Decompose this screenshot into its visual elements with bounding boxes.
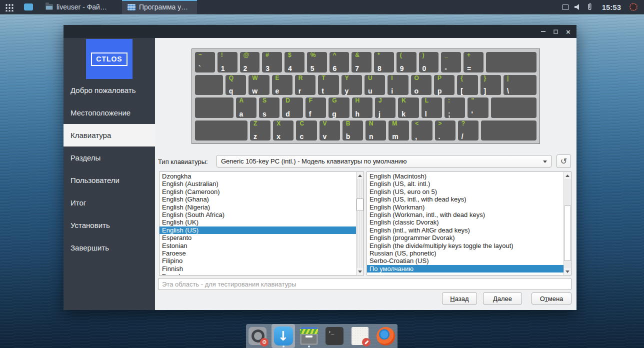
next-button[interactable]: Далее (483, 292, 522, 304)
sidebar-step-item[interactable]: Клавиатура (64, 124, 155, 146)
layout-option[interactable]: English (UK) (160, 218, 356, 226)
keyboard-key: Pp (434, 75, 454, 96)
variant-option[interactable]: Serbo-Croatian (US) (367, 257, 564, 264)
sidebar-step-item[interactable]: Установить (64, 214, 155, 236)
sidebar-step-item[interactable]: Добро пожаловать (64, 79, 155, 102)
layout-option[interactable]: Dzongkha (160, 172, 356, 180)
chevron-down-icon (543, 160, 547, 163)
keyboard-key: Zz (250, 120, 270, 141)
sidebar-step-item[interactable]: Местоположение (64, 102, 155, 124)
variant-option[interactable]: English (the divide/multiply keys toggle… (367, 242, 564, 250)
clock[interactable]: 15:53 (602, 3, 621, 12)
system-tray: 15:53 (562, 3, 644, 12)
cancel-button[interactable]: Отмена (532, 292, 572, 304)
variant-option[interactable]: English (US, intl., with dead keys) (367, 196, 564, 203)
keyboard-key: ?/ (458, 120, 478, 141)
session-icon[interactable] (630, 3, 638, 11)
keyboard-key: Aa (236, 98, 256, 118)
keyboard-key: Qq (226, 75, 246, 96)
logo-text: CTLOS (91, 52, 127, 66)
gear-icon: ⚙ (260, 338, 268, 346)
variant-option[interactable]: English (classic Dvorak) (367, 218, 564, 226)
paperclip-icon[interactable] (586, 3, 592, 11)
layout-option[interactable]: English (Ghana) (160, 196, 356, 203)
layout-option[interactable]: English (Nigeria) (160, 204, 356, 211)
variant-list-scrollbar[interactable] (564, 172, 571, 275)
keyboard-key: Oo (411, 75, 432, 96)
variant-option[interactable]: Russian (US, phonetic) (367, 250, 564, 257)
dock-item-firefox[interactable] (374, 324, 398, 348)
layout-option[interactable]: English (South Africa) (160, 211, 356, 218)
variant-option[interactable]: English (Macintosh) (367, 172, 564, 180)
keyboard-key: Vv (320, 120, 340, 141)
keyboard-key: Ll (422, 98, 442, 118)
sidebar-step-item[interactable]: Разделы (64, 146, 155, 169)
variant-option[interactable]: English (Workman, intl., with dead keys) (367, 211, 564, 218)
layout-option[interactable]: Faroese (160, 250, 356, 257)
keyboard-key: Nn (366, 120, 386, 141)
terminal-icon: ›_ (326, 327, 344, 345)
layout-list-scrollbar[interactable] (356, 172, 364, 275)
variant-option[interactable]: English (US, alt. intl.) (367, 180, 564, 188)
minimize-button[interactable] (539, 28, 548, 36)
running-indicator (282, 346, 284, 348)
keyboard-key: Ii (388, 75, 408, 96)
maximize-button[interactable] (552, 28, 560, 36)
layout-option[interactable]: French (160, 272, 356, 275)
keyboard-key: Uu (364, 75, 385, 96)
keyboard-key: Dd (282, 98, 302, 118)
layout-option[interactable]: English (Australian) (160, 180, 356, 188)
layout-option[interactable]: Filipino (160, 257, 356, 264)
dock-item-terminal[interactable]: ›_ (323, 324, 346, 348)
back-button[interactable]: Назад (442, 292, 477, 304)
keyboard-key (486, 52, 536, 72)
keyboard-key: _- (441, 52, 461, 72)
variant-option[interactable]: English (intl., with AltGr dead keys) (367, 226, 564, 234)
close-button[interactable]: × (564, 28, 572, 36)
keyboard-key: Ee (272, 75, 292, 96)
keyboard-key: Tt (318, 75, 338, 96)
keyboard-key: Bb (342, 120, 363, 141)
keyboard-model-select[interactable]: Generic 105-key PC (intl.) - Модель клав… (216, 155, 552, 168)
dock-item-partition-editor[interactable] (298, 324, 320, 348)
sidebar-step-item[interactable]: Итог (64, 192, 155, 214)
keyboard-key: (9 (396, 52, 416, 72)
firefox-icon (376, 327, 395, 346)
keyboard-key: $4 (284, 52, 304, 72)
display-icon[interactable] (562, 4, 569, 10)
layout-option[interactable]: English (Cameroon) (160, 188, 356, 196)
keyboard-key: "' (468, 98, 488, 118)
scroll-up-icon[interactable] (356, 172, 364, 179)
scroll-down-icon[interactable] (356, 268, 364, 275)
sidebar-step-item[interactable]: Пользователи (64, 169, 155, 192)
scroll-up-icon[interactable] (564, 172, 571, 179)
scrollbar-thumb[interactable] (564, 206, 571, 260)
taskbar-item-label: Программа уста... (139, 3, 192, 11)
scrollbar-thumb[interactable] (356, 198, 364, 211)
layout-option[interactable]: English (US) (160, 226, 356, 234)
layout-list: DzongkhaEnglish (Australian)English (Cam… (159, 172, 364, 276)
layout-option[interactable]: Estonian (160, 242, 356, 250)
scroll-down-icon[interactable] (564, 268, 571, 275)
keyboard-test-input[interactable] (158, 278, 572, 290)
variant-option[interactable]: English (US, euro on 5) (367, 188, 564, 196)
layout-option[interactable]: Finnish (160, 265, 356, 272)
desktop-pager-icon[interactable] (24, 4, 33, 10)
dock-item-system-settings[interactable]: ⚙ (246, 324, 269, 348)
reset-layout-button[interactable]: ↺ (556, 154, 571, 168)
keyboard-key: <, (412, 120, 432, 141)
dock-item-text-editor[interactable] (348, 324, 372, 348)
app-menu-icon[interactable] (4, 3, 14, 12)
dock-item-installer[interactable]: ↓ (272, 324, 294, 348)
taskbar-item-file-manager[interactable]: liveuser - Файло... (40, 0, 115, 14)
taskbar-item-installer[interactable]: Программа уста... (122, 0, 197, 14)
layout-option[interactable]: Esperanto (160, 234, 356, 242)
keyboard-key: Hh (352, 98, 372, 118)
sidebar-step-item[interactable]: Завершить (64, 236, 155, 259)
system-settings-icon: ⚙ (248, 327, 266, 345)
variant-option[interactable]: English (Workman) (367, 204, 564, 211)
variant-option[interactable]: English (programmer Dvorak) (367, 234, 564, 242)
volume-icon[interactable] (574, 4, 581, 10)
variant-option[interactable]: По умолчанию (367, 265, 564, 272)
keyboard-icon (128, 4, 136, 10)
